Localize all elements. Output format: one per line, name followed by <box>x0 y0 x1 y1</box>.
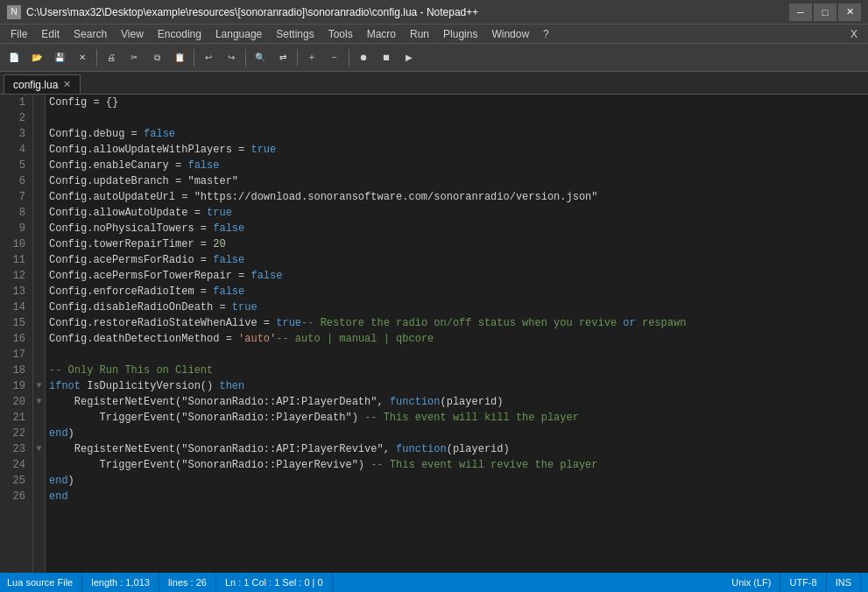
code-line: Config.deathDetectionMethod = 'auto' -- … <box>49 331 864 347</box>
fold-indicator[interactable]: ▼ <box>33 378 45 394</box>
menu-macro[interactable]: Macro <box>360 25 403 43</box>
copy-button[interactable]: ⧉ <box>146 47 167 68</box>
toolbar-sep-2 <box>194 49 194 67</box>
menu-run[interactable]: Run <box>403 25 436 43</box>
menu-window[interactable]: Window <box>484 25 536 43</box>
status-bar: Lua source File length : 1,013 lines : 2… <box>0 573 868 592</box>
menu-tools[interactable]: Tools <box>321 25 360 43</box>
tab-close-button[interactable]: ✕ <box>63 79 71 90</box>
status-lines: lines : 26 <box>159 573 216 592</box>
menu-language[interactable]: Language <box>208 25 269 43</box>
code-line: Config.autoUpdateUrl = "https://download… <box>49 189 864 205</box>
line-number: 4 <box>4 142 25 158</box>
fold-indicator <box>33 268 45 284</box>
code-line: end <box>49 489 864 504</box>
code-line <box>49 347 864 363</box>
fold-indicator <box>33 426 45 441</box>
app-icon: N <box>7 5 21 19</box>
status-line-ending: Unix (LF) <box>723 573 780 592</box>
print-button[interactable]: 🖨 <box>101 47 122 68</box>
macro-stop-button[interactable]: ⏹ <box>376 47 397 68</box>
close-file-button[interactable]: ✕ <box>72 47 93 68</box>
code-line: Config.enforceRadioItem = false <box>49 284 864 300</box>
line-number: 18 <box>4 363 25 378</box>
menu-plugins[interactable]: Plugins <box>436 25 484 43</box>
toolbar: 📄 📂 💾 ✕ 🖨 ✂ ⧉ 📋 ↩ ↪ 🔍 ⇄ + − ⏺ ⏹ ▶ <box>0 44 868 72</box>
tab-config-lua[interactable]: config.lua ✕ <box>4 74 81 94</box>
fold-indicator <box>33 173 45 189</box>
toolbar-sep-1 <box>96 49 97 67</box>
status-file-type: Lua source File <box>7 573 82 592</box>
line-number: 1 <box>4 95 25 110</box>
line-number: 10 <box>4 236 25 252</box>
code-line: Config.enableCanary = false <box>49 158 864 173</box>
macro-play-button[interactable]: ▶ <box>399 47 420 68</box>
fold-indicator <box>33 158 45 173</box>
redo-button[interactable]: ↪ <box>221 47 242 68</box>
fold-indicator <box>33 473 45 489</box>
menu-close-x[interactable]: X <box>843 26 864 42</box>
code-line: Config.updateBranch = "master" <box>49 173 864 189</box>
close-button[interactable]: ✕ <box>838 4 861 21</box>
replace-button[interactable]: ⇄ <box>272 47 293 68</box>
toolbar-sep-5 <box>349 49 349 67</box>
code-line: Config.debug = false <box>49 126 864 142</box>
line-number: 16 <box>4 331 25 347</box>
menu-settings[interactable]: Settings <box>269 25 321 43</box>
line-number: 9 <box>4 221 25 236</box>
window-controls: ─ □ ✕ <box>789 4 861 21</box>
save-button[interactable]: 💾 <box>49 47 70 68</box>
open-button[interactable]: 📂 <box>26 47 47 68</box>
fold-indicator[interactable]: ▼ <box>33 394 45 410</box>
fold-indicator <box>33 236 45 252</box>
line-number: 14 <box>4 300 25 315</box>
line-numbers: 1234567891011121314151617181920212223242… <box>0 95 33 573</box>
find-button[interactable]: 🔍 <box>250 47 271 68</box>
zoom-in-button[interactable]: + <box>301 47 322 68</box>
line-number: 7 <box>4 189 25 205</box>
menu-search[interactable]: Search <box>67 25 114 43</box>
menu-edit[interactable]: Edit <box>34 25 67 43</box>
fold-indicator <box>33 205 45 221</box>
line-number: 5 <box>4 158 25 173</box>
code-line: Config = {} <box>49 95 864 110</box>
zoom-out-button[interactable]: − <box>324 47 345 68</box>
line-number: 3 <box>4 126 25 142</box>
undo-button[interactable]: ↩ <box>198 47 219 68</box>
code-line: TriggerEvent("SonoranRadio::PlayerRevive… <box>49 457 864 473</box>
macro-record-button[interactable]: ⏺ <box>353 47 374 68</box>
code-line: end) <box>49 426 864 441</box>
menu-encoding[interactable]: Encoding <box>151 25 208 43</box>
menu-bar: File Edit Search View Encoding Language … <box>0 25 868 44</box>
fold-indicator <box>33 410 45 426</box>
code-line: TriggerEvent("SonoranRadio::PlayerDeath"… <box>49 410 864 426</box>
code-line: Config.allowAutoUpdate = true <box>49 205 864 221</box>
fold-indicator <box>33 284 45 300</box>
menu-help[interactable]: ? <box>536 25 556 43</box>
fold-indicator <box>33 489 45 504</box>
cut-button[interactable]: ✂ <box>123 47 145 68</box>
fold-indicator[interactable]: ▼ <box>33 441 45 457</box>
line-number: 24 <box>4 457 25 473</box>
menu-view[interactable]: View <box>114 25 151 43</box>
minimize-button[interactable]: ─ <box>789 4 812 21</box>
fold-indicator <box>33 221 45 236</box>
code-line: Config.disableRadioOnDeath = true <box>49 300 864 315</box>
code-area[interactable]: Config = {} Config.debug = falseConfig.a… <box>46 95 868 573</box>
toolbar-sep-3 <box>245 49 246 67</box>
fold-indicator <box>33 142 45 158</box>
code-line: if not IsDuplicityVersion() then <box>49 378 864 394</box>
line-number: 23 <box>4 441 25 457</box>
code-line <box>49 110 864 126</box>
paste-button[interactable]: 📋 <box>169 47 190 68</box>
line-number: 17 <box>4 347 25 363</box>
window-title: C:\Users\max32\Desktop\example\resources… <box>26 6 478 18</box>
new-button[interactable]: 📄 <box>4 47 25 68</box>
code-line: -- Only Run This on Client <box>49 363 864 378</box>
status-insert-mode: INS <box>827 573 861 592</box>
maximize-button[interactable]: □ <box>814 4 836 21</box>
fold-area: ▼▼▼ <box>33 95 46 573</box>
fold-indicator <box>33 252 45 268</box>
menu-file[interactable]: File <box>4 25 34 43</box>
fold-indicator <box>33 457 45 473</box>
